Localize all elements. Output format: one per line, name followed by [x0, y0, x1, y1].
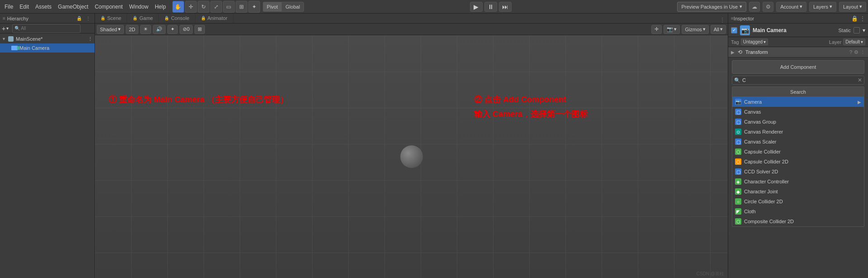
- menu-component[interactable]: Component: [92, 3, 125, 11]
- panels-menu-icon[interactable]: ⋮: [717, 17, 728, 23]
- menu-window[interactable]: Window: [126, 3, 151, 11]
- account-label: Account: [780, 4, 798, 10]
- capsule-collider-label: Capsule Collider: [744, 149, 781, 154]
- scene-view[interactable]: ① 重命名为 Main Camera （主要方便自己管理） ② 点击 Add C…: [95, 35, 728, 278]
- lighting-button[interactable]: ☀: [140, 25, 151, 34]
- tab-scene[interactable]: 🔒 Scene: [95, 14, 127, 23]
- effects-button[interactable]: ✦: [167, 25, 178, 34]
- static-dropdown-arrow[interactable]: ▾: [863, 27, 865, 34]
- canvas-renderer-icon: ⊙: [735, 129, 741, 135]
- menu-gameobject[interactable]: GameObject: [55, 3, 91, 11]
- dropdown-item-canvas-renderer[interactable]: ⊙ Canvas Renderer: [732, 127, 864, 137]
- camera-view-dropdown[interactable]: 📷 ▾: [664, 25, 680, 34]
- hierarchy-camera-item[interactable]: Main Camera: [0, 43, 95, 53]
- scale-tool[interactable]: ⤢: [210, 1, 222, 13]
- shading-arrow: ▾: [118, 26, 121, 32]
- dropdown-item-character-joint[interactable]: ◆ Character Joint: [732, 187, 864, 197]
- tab-console[interactable]: 🔒 Console: [159, 14, 195, 23]
- capsule-collider-2d-label: Capsule Collider 2D: [744, 159, 788, 164]
- layer-dropdown[interactable]: Default ▾: [843, 38, 865, 45]
- layout-button[interactable]: Layout ▾: [839, 2, 866, 12]
- transform-component: ▶ ⟲ Transform ? ⚙ ⋮: [728, 47, 868, 58]
- audio-button[interactable]: 🔊: [153, 25, 166, 34]
- global-button[interactable]: Global: [281, 2, 304, 12]
- hierarchy-lock-icon[interactable]: 🔒: [76, 15, 83, 22]
- dropdown-item-canvas-scaler[interactable]: ▢ Canvas Scaler: [732, 137, 864, 147]
- dropdown-item-ccd-solver[interactable]: ▢ CCD Solver 2D: [732, 167, 864, 177]
- transform-tool[interactable]: ⊞: [236, 1, 247, 13]
- dropdown-item-camera[interactable]: 📷 Camera ▶: [732, 97, 864, 107]
- search-clear-icon[interactable]: ✕: [858, 77, 862, 83]
- cloud-icon[interactable]: ⚙: [763, 2, 773, 12]
- dropdown-item-composite-collider-2d[interactable]: ⬡ Composite Collider 2D: [732, 216, 864, 226]
- dropdown-item-capsule-collider[interactable]: ⬡ Capsule Collider: [732, 147, 864, 157]
- camera-label: Main Camera: [19, 45, 49, 51]
- rect-tool[interactable]: ▭: [223, 1, 235, 13]
- object-icon: 📷: [740, 25, 750, 35]
- custom-tool[interactable]: ✦: [248, 1, 260, 13]
- canvas-label: Canvas: [744, 109, 761, 115]
- preview-packages-button[interactable]: Preview Packages in Use ▾: [677, 2, 746, 12]
- hierarchy-add-icon[interactable]: +: [2, 25, 5, 32]
- scene-menu-icon[interactable]: ⋮: [88, 36, 93, 42]
- layer-value: Default: [845, 39, 860, 44]
- hierarchy-panel: ≡ Hierarchy 🔒 ⋮ + ▾ 🔍 ▼ MainScene*: [0, 14, 95, 278]
- transform-help-icon[interactable]: ?: [849, 49, 852, 55]
- object-name: Main Camera: [753, 27, 835, 34]
- hierarchy-content: ▼ MainScene* ⋮ Main Camera: [0, 34, 95, 278]
- transform-icon: ⟲: [736, 48, 744, 56]
- pivot-button[interactable]: Pivot: [263, 2, 281, 12]
- tab-animator[interactable]: 🔒 Animator: [195, 14, 233, 23]
- static-checkbox[interactable]: [854, 27, 860, 34]
- gizmos-button[interactable]: Gizmos ▾: [682, 25, 708, 34]
- crosshair-icon[interactable]: ✛: [651, 25, 662, 34]
- search-input[interactable]: [742, 77, 858, 83]
- dropdown-item-circle-collider-2d[interactable]: ○ Circle Collider 2D: [732, 197, 864, 206]
- menu-edit[interactable]: Edit: [17, 3, 32, 11]
- dropdown-item-capsule-collider-2d[interactable]: ⬡ Capsule Collider 2D: [732, 157, 864, 167]
- hand-tool[interactable]: ✋: [172, 1, 184, 13]
- add-component-button[interactable]: Add Component: [732, 60, 864, 74]
- dropdown-item-canvas-group[interactable]: ▢ Canvas Group: [732, 117, 864, 127]
- center-panels: 🔒 Scene 🔒 Game 🔒 Console 🔒 Animator ⋮ Sh…: [95, 14, 728, 278]
- play-button[interactable]: ▶: [470, 2, 483, 12]
- transform-menu-icon[interactable]: ⋮: [860, 49, 865, 55]
- hierarchy-add-arrow[interactable]: ▾: [6, 26, 9, 31]
- step-button[interactable]: ⏭: [499, 2, 512, 12]
- hierarchy-search-input[interactable]: [21, 26, 78, 31]
- layers-label: Layers: [813, 4, 828, 10]
- top-toolbar: File Edit Assets GameObject Component Wi…: [0, 0, 868, 14]
- transform-settings-icon[interactable]: ⚙: [854, 49, 859, 55]
- layer-label-text: Layer: [829, 39, 842, 45]
- tag-dropdown[interactable]: Untagged ▾: [741, 38, 768, 45]
- tab-game[interactable]: 🔒 Game: [127, 14, 159, 23]
- transform-header[interactable]: ▶ ⟲ Transform ? ⚙ ⋮: [728, 47, 868, 57]
- object-active-checkbox[interactable]: ✓: [731, 27, 737, 34]
- 2d-toggle[interactable]: 2D: [126, 25, 138, 34]
- hierarchy-scene-item[interactable]: ▼ MainScene* ⋮: [0, 34, 95, 43]
- dropdown-item-character-controller[interactable]: ◈ Character Controller: [732, 177, 864, 187]
- rotate-tool[interactable]: ↻: [198, 1, 209, 13]
- move-tool[interactable]: ✛: [185, 1, 197, 13]
- inspector-menu-icon[interactable]: ⋮: [860, 15, 865, 22]
- inspector-lock-icon[interactable]: 🔒: [851, 15, 858, 22]
- collab-icon[interactable]: ☁: [749, 2, 760, 12]
- search-all-dropdown[interactable]: All ▾: [711, 25, 726, 34]
- menu-help[interactable]: Help: [152, 3, 169, 11]
- menu-assets[interactable]: Assets: [33, 3, 54, 11]
- search-box-icon: 🔍: [734, 77, 740, 83]
- hierarchy-menu-icon[interactable]: ⋮: [85, 15, 92, 22]
- search-icon: 🔍: [14, 26, 20, 31]
- shading-dropdown[interactable]: Shaded ▾: [97, 25, 124, 34]
- hidden-objects-button[interactable]: ⊘0: [180, 25, 193, 34]
- tag-layer-row: Tag Untagged ▾ Layer Default ▾: [728, 37, 868, 47]
- layers-button[interactable]: Layers ▾: [809, 2, 836, 12]
- scene-area: ① 重命名为 Main Camera （主要方便自己管理） ② 点击 Add C…: [95, 35, 728, 278]
- dropdown-item-cloth[interactable]: ◤ Cloth: [732, 206, 864, 216]
- pause-button[interactable]: ⏸: [484, 2, 497, 12]
- main-content: ≡ Hierarchy 🔒 ⋮ + ▾ 🔍 ▼ MainScene*: [0, 14, 868, 278]
- grid-button[interactable]: ⊞: [194, 25, 205, 34]
- menu-file[interactable]: File: [2, 3, 16, 11]
- account-button[interactable]: Account ▾: [776, 2, 806, 12]
- dropdown-item-canvas[interactable]: ▢ Canvas: [732, 107, 864, 117]
